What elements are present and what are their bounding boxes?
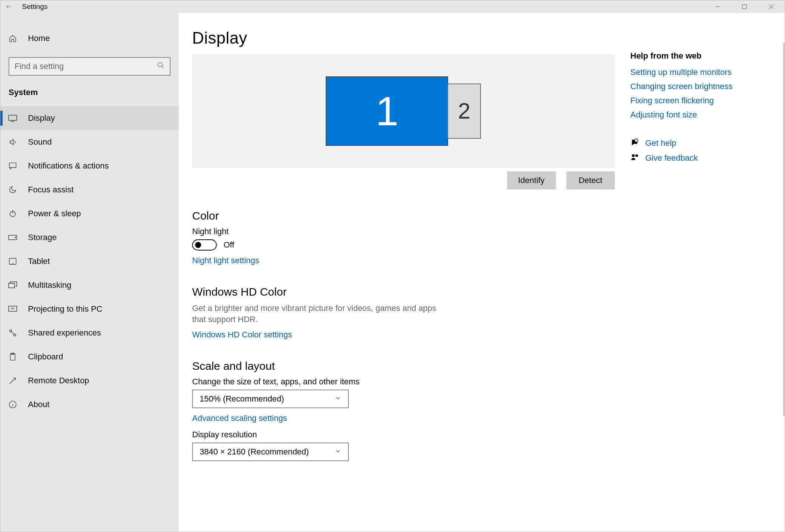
sidebar-item-shared[interactable]: Shared experiences	[0, 321, 179, 345]
sidebar-item-label: Focus assist	[28, 185, 74, 195]
settings-window: Settings Home Find a setting System Disp…	[0, 0, 785, 532]
svg-point-4	[158, 63, 163, 67]
help-pane: Help from the web Setting up multiple mo…	[631, 29, 772, 532]
sidebar-item-power[interactable]: Power & sleep	[0, 202, 179, 226]
svg-point-12	[15, 237, 16, 238]
home-icon	[8, 34, 18, 43]
minimize-button[interactable]	[704, 0, 731, 13]
identify-button[interactable]: Identify	[507, 171, 556, 189]
sidebar-item-display[interactable]: Display	[0, 106, 179, 130]
sidebar-item-remote-desktop[interactable]: Remote Desktop	[0, 369, 179, 393]
resolution-dropdown[interactable]: 3840 × 2160 (Recommended)	[192, 443, 349, 461]
shared-icon	[8, 329, 18, 337]
give-feedback-link[interactable]: Give feedback	[645, 153, 698, 163]
back-button[interactable]	[0, 0, 18, 13]
main: Home Find a setting System Display Sound…	[0, 13, 785, 532]
sidebar-item-label: Projecting to this PC	[28, 304, 102, 314]
sidebar-item-label: Storage	[28, 233, 57, 242]
sidebar-item-label: Display	[28, 113, 55, 123]
scale-label: Change the size of text, apps, and other…	[192, 377, 615, 387]
projecting-icon	[8, 305, 18, 313]
chevron-down-icon	[335, 394, 341, 404]
svg-rect-16	[9, 306, 17, 311]
svg-text:?: ?	[635, 139, 637, 142]
window-controls	[704, 0, 785, 13]
scrollbar[interactable]	[783, 43, 785, 416]
sidebar-item-notifications[interactable]: Notifications & actions	[0, 154, 179, 178]
advanced-scaling-link[interactable]: Advanced scaling settings	[192, 413, 615, 423]
focus-assist-icon	[8, 186, 18, 194]
sidebar-home-label: Home	[28, 34, 50, 43]
sidebar-section-title: System	[0, 78, 179, 106]
help-link[interactable]: Setting up multiple monitors	[631, 67, 772, 77]
display-icon	[8, 114, 18, 122]
monitor-1[interactable]: 1	[326, 76, 448, 146]
help-link[interactable]: Fixing screen flickering	[631, 96, 772, 106]
sidebar-item-label: About	[28, 400, 50, 409]
maximize-button[interactable]	[731, 0, 758, 13]
get-help-link[interactable]: Get help	[645, 138, 676, 148]
svg-line-23	[12, 378, 15, 381]
close-button[interactable]	[758, 0, 785, 13]
sidebar-item-about[interactable]: About	[0, 393, 179, 416]
sound-icon	[8, 138, 18, 146]
search-icon	[157, 62, 165, 71]
remote-desktop-icon	[8, 377, 18, 385]
sidebar-item-projecting[interactable]: Projecting to this PC	[0, 297, 179, 321]
sidebar-item-label: Remote Desktop	[28, 376, 89, 385]
sidebar-item-label: Power & sleep	[28, 209, 81, 218]
monitor-2[interactable]: 2	[447, 84, 481, 139]
sidebar-item-clipboard[interactable]: Clipboard	[0, 345, 179, 369]
sidebar-item-label: Clipboard	[28, 352, 63, 362]
help-link[interactable]: Changing screen brightness	[631, 82, 772, 91]
svg-rect-30	[635, 155, 638, 157]
scale-heading: Scale and layout	[192, 360, 615, 372]
tablet-icon	[8, 258, 18, 265]
svg-line-5	[162, 66, 164, 68]
hdcolor-settings-link[interactable]: Windows HD Color settings	[192, 330, 615, 340]
search-placeholder: Find a setting	[15, 62, 64, 71]
clipboard-icon	[8, 353, 18, 361]
hdcolor-description: Get a brighter and more vibrant picture …	[192, 303, 446, 325]
scale-dropdown-value: 150% (Recommended)	[200, 394, 284, 404]
sidebar-item-multitasking[interactable]: Multitasking	[0, 273, 179, 297]
hdcolor-heading: Windows HD Color	[192, 286, 615, 298]
window-title: Settings	[22, 3, 48, 11]
sidebar-item-label: Shared experiences	[28, 328, 101, 338]
night-light-toggle[interactable]	[192, 239, 217, 251]
storage-icon	[8, 235, 18, 240]
sidebar: Home Find a setting System Display Sound…	[0, 13, 179, 532]
scale-dropdown[interactable]: 150% (Recommended)	[192, 390, 349, 408]
sidebar-item-sound[interactable]: Sound	[0, 130, 179, 154]
get-help-icon: ?	[631, 138, 639, 148]
notifications-icon	[8, 162, 18, 170]
sidebar-item-tablet[interactable]: Tablet	[0, 249, 179, 273]
sidebar-home[interactable]: Home	[0, 25, 179, 52]
help-link[interactable]: Adjusting font size	[631, 110, 772, 120]
svg-rect-6	[9, 115, 17, 120]
night-light-settings-link[interactable]: Night light settings	[192, 256, 615, 265]
svg-rect-15	[9, 283, 15, 288]
display-arrangement[interactable]: 1 2	[192, 54, 615, 168]
chevron-down-icon	[335, 447, 341, 457]
titlebar: Settings	[0, 0, 785, 13]
sidebar-item-label: Multitasking	[28, 280, 71, 290]
svg-rect-8	[9, 163, 16, 168]
help-title: Help from the web	[631, 51, 772, 61]
svg-rect-1	[742, 5, 747, 9]
resolution-label: Display resolution	[192, 430, 615, 440]
svg-point-29	[632, 154, 634, 157]
sidebar-item-label: Tablet	[28, 256, 50, 266]
detect-button[interactable]: Detect	[566, 171, 615, 189]
resolution-dropdown-value: 3840 × 2160 (Recommended)	[200, 447, 309, 457]
multitasking-icon	[8, 281, 18, 289]
sidebar-item-focus-assist[interactable]: Focus assist	[0, 178, 179, 202]
page-title: Display	[192, 29, 615, 47]
search-input[interactable]: Find a setting	[9, 57, 171, 76]
feedback-icon	[631, 153, 639, 163]
power-icon	[8, 210, 18, 218]
night-light-state: Off	[223, 240, 234, 250]
content-area: Display 1 2 Identify Detect Color Night …	[179, 13, 785, 532]
sidebar-item-label: Sound	[28, 137, 52, 147]
sidebar-item-storage[interactable]: Storage	[0, 226, 179, 249]
